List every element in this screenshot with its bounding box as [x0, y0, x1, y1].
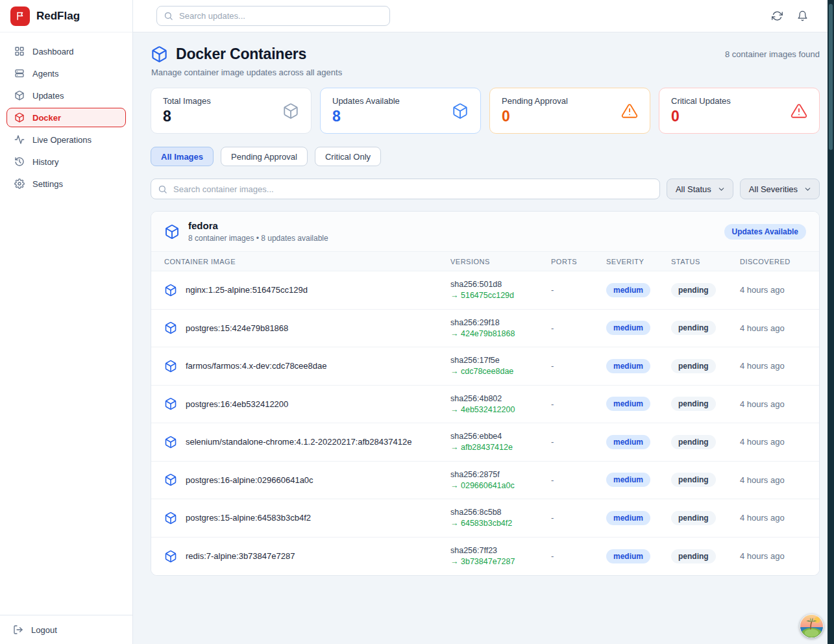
stat-label: Updates Available: [332, 96, 400, 106]
version-current: sha256:7ff23: [450, 546, 551, 555]
ports-value: -: [551, 285, 606, 295]
table-row[interactable]: postgres:15:424e79b81868 sha256:29f18→ 4…: [151, 310, 819, 348]
column-header: Container Image: [164, 258, 450, 266]
page-title: Docker Containers: [176, 45, 306, 63]
brand: RedFlag: [0, 0, 132, 32]
stat-value: 0: [502, 108, 568, 125]
table-row[interactable]: postgres:16:4eb532412200 sha256:4b802→ 4…: [151, 386, 819, 424]
sidebar-item-settings[interactable]: Settings: [6, 174, 126, 193]
brand-name: RedFlag: [36, 10, 80, 23]
container-image-name: selenium/standalone-chrome:4.1.2-2022021…: [186, 437, 411, 447]
status-badge: pending: [671, 397, 716, 411]
stat-value: 8: [332, 108, 400, 125]
filter-row: All Status All Severities: [151, 179, 820, 199]
filter-tabs: All Images Pending Approval Critical Onl…: [151, 147, 820, 166]
image-search: [151, 179, 660, 199]
sidebar-item-label: Settings: [32, 179, 63, 189]
version-new: → 424e79b81868: [450, 329, 551, 338]
container-image-name: farmos/farmos:4.x-dev:cdc78cee8dae: [186, 361, 327, 371]
sidebar-item-agents[interactable]: Agents: [6, 64, 126, 83]
severity-select-value: All Severities: [749, 184, 798, 194]
container-icon: [164, 512, 177, 525]
table-row[interactable]: redis:7-alpine:3b73847e7287 sha256:7ff23…: [151, 538, 819, 576]
bell-icon[interactable]: [797, 10, 808, 21]
sidebar-item-live-operations[interactable]: Live Operations: [6, 130, 126, 149]
stat-label: Total Images: [163, 96, 211, 106]
version-current: sha256:17f5e: [450, 356, 551, 365]
version-new: → 3b73847e7287: [450, 557, 551, 566]
stat-card-total-images: Total Images 8: [151, 88, 312, 134]
discovered-value: 4 hours ago: [740, 551, 806, 561]
severity-select[interactable]: All Severities: [740, 179, 820, 199]
container-icon: [164, 284, 177, 297]
stat-card-critical-updates: Critical Updates 0: [659, 88, 820, 134]
severity-badge: medium: [606, 283, 650, 297]
image-search-input[interactable]: [151, 179, 660, 199]
version-new: → 64583b3cb4f2: [450, 519, 551, 528]
tab-pending-approval[interactable]: Pending Approval: [221, 147, 308, 166]
ports-value: -: [551, 475, 606, 485]
severity-badge: medium: [606, 435, 650, 449]
sidebar-item-label: Dashboard: [32, 47, 74, 56]
version-new: → afb28437412e: [450, 443, 551, 452]
column-header: Severity: [606, 258, 671, 266]
logout-button[interactable]: Logout: [13, 625, 119, 635]
refresh-icon[interactable]: [772, 10, 783, 21]
dashboard-icon: [14, 46, 25, 56]
page-subtitle: Manage container image updates across al…: [151, 68, 820, 77]
status-badge: pending: [671, 321, 716, 335]
container-icon: [164, 321, 177, 334]
topbar-actions: [772, 10, 811, 21]
sidebar-item-history[interactable]: History: [6, 152, 126, 171]
table-row[interactable]: farmos/farmos:4.x-dev:cdc78cee8dae sha25…: [151, 347, 819, 386]
status-badge: pending: [671, 549, 716, 564]
status-badge: pending: [671, 359, 716, 373]
docker-page-icon: [151, 45, 168, 63]
sidebar-item-updates[interactable]: Updates: [6, 86, 126, 105]
page-scrollbar[interactable]: [828, 0, 834, 644]
ports-value: -: [551, 551, 606, 561]
container-icon: [164, 473, 177, 486]
status-badge: pending: [671, 435, 716, 449]
container-image-name: postgres:16:4eb532412200: [186, 399, 288, 409]
sidebar-item-label: Live Operations: [32, 135, 92, 145]
discovered-value: 4 hours ago: [740, 285, 806, 295]
ports-value: -: [551, 513, 606, 523]
container-icon: [164, 360, 177, 373]
container-image-name: nginx:1.25-alpine:516475cc129d: [186, 285, 308, 295]
sidebar-item-dashboard[interactable]: Dashboard: [6, 42, 126, 61]
status-select[interactable]: All Status: [667, 179, 733, 199]
version-current: sha256:ebbe4: [450, 432, 551, 441]
status-badge: pending: [671, 511, 716, 525]
discovered-value: 4 hours ago: [740, 475, 806, 485]
scrollbar-thumb[interactable]: [829, 4, 833, 150]
island-extension-button[interactable]: [800, 614, 824, 638]
version-new: → 4eb532412200: [450, 405, 551, 414]
activity-icon: [14, 134, 25, 145]
package-icon: [14, 90, 25, 101]
sidebar-nav: Dashboard Agents Updates Docker Live Ope…: [0, 32, 132, 203]
app-root: RedFlag Dashboard Agents Updates Docker …: [0, 0, 834, 644]
ports-value: -: [551, 361, 606, 371]
table-row[interactable]: postgres:16-alpine:029660641a0c sha256:2…: [151, 462, 819, 500]
discovered-value: 4 hours ago: [740, 399, 806, 409]
discovered-value: 4 hours ago: [740, 437, 806, 447]
version-current: sha256:8c5b8: [450, 508, 551, 517]
table-row[interactable]: nginx:1.25-alpine:516475cc129d sha256:50…: [151, 271, 819, 310]
updates-available-badge: Updates Available: [724, 224, 806, 240]
tab-critical-only[interactable]: Critical Only: [315, 147, 381, 166]
global-search-input[interactable]: [156, 6, 390, 26]
ports-value: -: [551, 399, 606, 409]
container-icon: [164, 397, 177, 410]
severity-badge: medium: [606, 321, 650, 335]
sidebar-item-docker[interactable]: Docker: [6, 108, 126, 127]
column-header: Versions: [450, 258, 551, 266]
severity-badge: medium: [606, 549, 650, 564]
container-icon: [452, 103, 469, 119]
chevron-down-icon: [717, 185, 726, 193]
tab-all-images[interactable]: All Images: [151, 147, 214, 166]
container-icon: [164, 224, 180, 240]
table-row[interactable]: postgres:15-alpine:64583b3cb4f2 sha256:8…: [151, 499, 819, 538]
stat-label: Pending Approval: [502, 96, 568, 106]
table-row[interactable]: selenium/standalone-chrome:4.1.2-2022021…: [151, 423, 819, 462]
